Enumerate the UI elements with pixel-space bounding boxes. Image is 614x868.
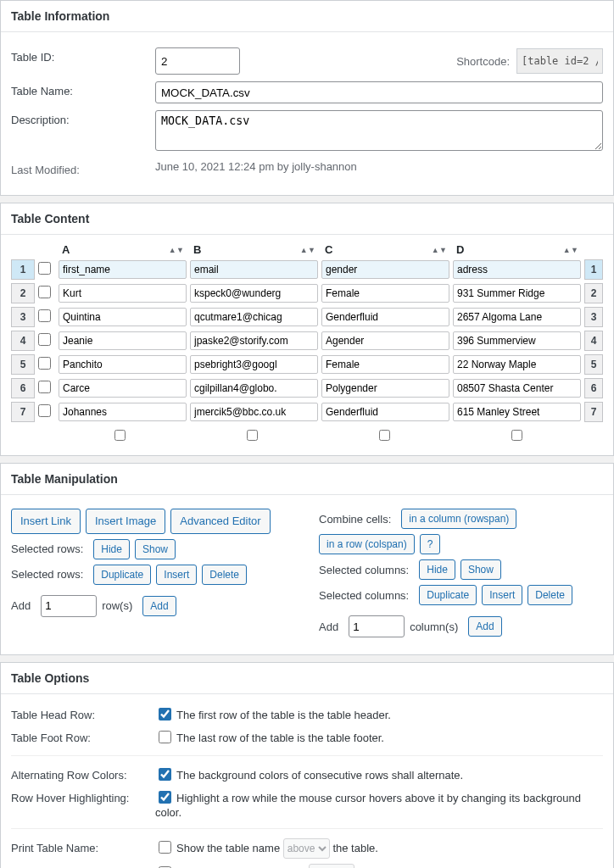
sort-icon[interactable]: ▲ ▼ [300, 246, 315, 254]
table-cell-input[interactable] [59, 403, 187, 421]
description-textarea[interactable]: MOCK_DATA.csv [155, 110, 603, 151]
row-number-right[interactable]: 6 [584, 378, 603, 398]
table-cell-input[interactable] [321, 331, 449, 350]
combine-colspan-button[interactable]: in a row (colspan) [319, 534, 415, 554]
label-selected-rows: Selected rows: [11, 542, 83, 555]
table-cell-input[interactable] [453, 284, 581, 303]
table-cell-input[interactable] [190, 379, 318, 398]
row-number[interactable]: 3 [11, 307, 35, 327]
rows-duplicate-button[interactable]: Duplicate [93, 565, 151, 585]
print-desc-position-select[interactable]: below [309, 864, 354, 868]
table-cell-input[interactable] [453, 260, 581, 279]
row-select-checkbox[interactable] [38, 333, 51, 346]
label-add-rows: Add [11, 599, 31, 612]
row-number-right[interactable]: 1 [584, 259, 603, 280]
table-cell-input[interactable] [321, 308, 449, 326]
rows-hide-button[interactable]: Hide [93, 539, 130, 559]
row-select-checkbox[interactable] [38, 262, 51, 275]
row-number-right[interactable]: 2 [584, 283, 603, 303]
row-number[interactable]: 2 [11, 283, 35, 303]
row-number-right[interactable]: 5 [584, 354, 603, 375]
table-cell-input[interactable] [321, 355, 449, 374]
table-name-input[interactable] [155, 81, 603, 103]
table-cell-input[interactable] [321, 379, 449, 398]
shortcode-display[interactable] [516, 48, 603, 74]
table-cell-input[interactable] [190, 308, 318, 326]
row-number[interactable]: 7 [11, 402, 35, 422]
insert-link-button[interactable]: Insert Link [11, 509, 81, 534]
sort-icon[interactable]: ▲ ▼ [432, 246, 446, 254]
add-rows-button[interactable]: Add [142, 596, 176, 616]
head-row-checkbox[interactable] [159, 708, 171, 721]
row-number[interactable]: 1 [11, 259, 35, 280]
table-cell-input[interactable] [453, 403, 581, 421]
rows-show-button[interactable]: Show [135, 539, 176, 559]
rows-delete-button[interactable]: Delete [202, 565, 247, 585]
row-number-right[interactable]: 7 [584, 402, 603, 422]
row-number[interactable]: 6 [11, 378, 35, 398]
print-name-position-select[interactable]: above [283, 838, 330, 859]
table-cell-input[interactable] [321, 284, 449, 303]
panel-title: Table Information [1, 1, 613, 32]
row-select-checkbox[interactable] [38, 381, 51, 393]
insert-image-button[interactable]: Insert Image [86, 509, 165, 534]
foot-row-checkbox[interactable] [159, 731, 171, 743]
row-number[interactable]: 4 [11, 331, 35, 351]
row-number-right[interactable]: 3 [584, 307, 603, 327]
alt-colors-checkbox[interactable] [159, 768, 171, 781]
row-select-checkbox[interactable] [38, 404, 51, 417]
cols-show-button[interactable]: Show [460, 559, 501, 580]
table-cell-input[interactable] [59, 284, 187, 303]
column-select-checkbox[interactable] [247, 430, 258, 441]
table-cell-input[interactable] [190, 260, 318, 279]
table-cell-input[interactable] [190, 284, 318, 303]
table-cell-input[interactable] [321, 260, 449, 279]
column-header[interactable]: B▲ ▼ [190, 243, 318, 256]
table-cell-input[interactable] [453, 379, 581, 398]
table-cell-input[interactable] [453, 308, 581, 326]
table-cell-input[interactable] [59, 379, 187, 398]
column-letter: C [325, 243, 332, 256]
row-select-checkbox[interactable] [38, 309, 51, 322]
table-cell-input[interactable] [453, 331, 581, 350]
cols-delete-button[interactable]: Delete [527, 585, 572, 605]
cols-duplicate-button[interactable]: Duplicate [419, 585, 477, 605]
print-name-post: the table. [332, 842, 378, 854]
table-cell-input[interactable] [59, 260, 187, 279]
row-number-right[interactable]: 4 [584, 331, 603, 351]
print-name-checkbox[interactable] [159, 841, 171, 854]
cols-insert-button[interactable]: Insert [482, 585, 522, 605]
column-select-checkbox[interactable] [379, 430, 390, 441]
add-cols-button[interactable]: Add [468, 616, 501, 637]
hover-checkbox[interactable] [159, 791, 171, 804]
row-number[interactable]: 5 [11, 354, 35, 375]
column-header[interactable]: D▲ ▼ [453, 243, 581, 256]
rows-insert-button[interactable]: Insert [156, 565, 197, 585]
advanced-editor-button[interactable]: Advanced Editor [170, 509, 270, 534]
table-cell-input[interactable] [453, 355, 581, 374]
column-select-checkbox[interactable] [114, 430, 126, 441]
add-rows-input[interactable] [41, 595, 97, 617]
table-cell-input[interactable] [59, 308, 187, 326]
table-cell-input[interactable] [321, 403, 449, 421]
row-select-checkbox[interactable] [38, 357, 51, 370]
column-header[interactable]: A▲ ▼ [59, 243, 187, 256]
table-cell-input[interactable] [190, 331, 318, 350]
table-cell-input[interactable] [59, 331, 187, 350]
table-cell-input[interactable] [59, 355, 187, 374]
table-cell-input[interactable] [190, 403, 318, 421]
table-cell-input[interactable] [190, 355, 318, 374]
combine-help-button[interactable]: ? [420, 534, 441, 554]
add-cols-input[interactable] [349, 615, 405, 637]
row-select-checkbox[interactable] [38, 286, 51, 298]
label-combine-cells: Combine cells: [319, 513, 391, 526]
sort-icon[interactable]: ▲ ▼ [563, 246, 578, 254]
print-name-pre: Show the table name [176, 842, 280, 854]
column-letter: D [456, 243, 464, 256]
sort-icon[interactable]: ▲ ▼ [169, 246, 183, 254]
column-select-checkbox[interactable] [511, 430, 522, 441]
cols-hide-button[interactable]: Hide [419, 559, 455, 580]
combine-rowspan-button[interactable]: in a column (rowspan) [401, 509, 516, 529]
table-id-input[interactable] [155, 47, 240, 75]
column-header[interactable]: C▲ ▼ [321, 243, 449, 256]
